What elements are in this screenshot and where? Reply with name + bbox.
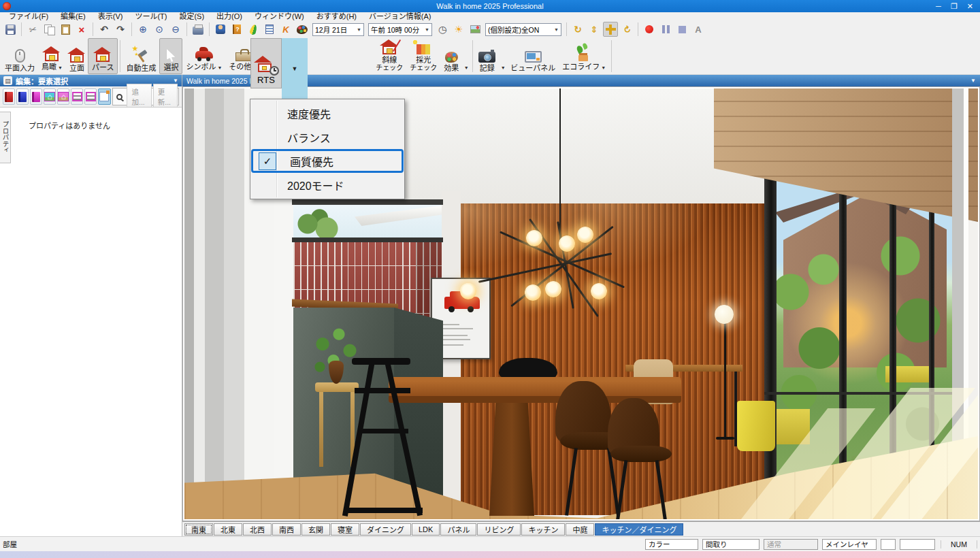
grid-list-button[interactable] <box>71 88 83 105</box>
blue-book-icon <box>18 92 27 102</box>
add-button[interactable]: 追加... <box>127 84 151 110</box>
record-button[interactable] <box>642 22 657 37</box>
setback-check-button[interactable]: 斜線チェック <box>372 38 406 74</box>
presentation-button[interactable]: K <box>278 22 293 37</box>
library-magenta-button[interactable] <box>30 88 42 105</box>
redo-button[interactable]: ↷ <box>113 22 128 37</box>
orbit-view-button[interactable]: ↻ <box>619 22 634 37</box>
copy-button[interactable] <box>42 22 56 37</box>
search-button[interactable] <box>114 89 126 104</box>
manual-button[interactable]: ? <box>229 22 244 37</box>
view-tab-kitchen[interactable]: キッチン <box>521 523 565 536</box>
zoom-out-button[interactable]: ⊖ <box>168 22 183 37</box>
view-panel-button[interactable]: ビューパネル <box>507 38 559 74</box>
ecolife-button[interactable]: エコライフ▼ <box>559 38 609 74</box>
plan-input-button[interactable]: 平面入力 <box>1 38 38 74</box>
menu-item-speed-priority[interactable]: 速度優先 <box>250 101 404 125</box>
view-tab-kitchen-dining[interactable]: キッチン／ダイニング <box>595 523 683 536</box>
support-button[interactable] <box>213 22 228 37</box>
grid-icon <box>72 92 82 101</box>
view-tab-southwest[interactable]: 南西 <box>272 523 301 536</box>
sunlight-button[interactable]: ☀ <box>451 22 466 37</box>
redo-icon: ↷ <box>116 24 125 35</box>
orbit-icon: ↻ <box>621 23 633 36</box>
text-annotate-button[interactable]: A <box>691 22 706 37</box>
rts-button[interactable]: RTS <box>250 38 282 88</box>
beginner-button[interactable] <box>246 22 261 37</box>
display-mode-select[interactable]: (個別設定)全ON▼ <box>485 23 561 36</box>
effect-button[interactable]: 効果 <box>440 38 462 74</box>
auto-generate-button[interactable]: ★★自動生成 <box>122 38 159 74</box>
menu-item-quality-priority[interactable]: ✓ 画質優先 <box>251 149 404 173</box>
alarm-button[interactable]: ◷ <box>435 22 450 37</box>
zoom-window-button[interactable]: ⊙ <box>152 22 167 37</box>
record-dropdown-button[interactable]: ▼ <box>499 38 507 74</box>
pause-button[interactable] <box>658 22 673 37</box>
menu-settings[interactable]: 設定(S) <box>173 12 210 20</box>
rts-dropdown-button[interactable]: ▼ <box>282 38 308 99</box>
library-blue-button[interactable] <box>16 88 29 105</box>
zoom-in-button[interactable]: ⊕ <box>135 22 150 37</box>
paste-button[interactable] <box>58 22 73 37</box>
cut-button[interactable]: ✂ <box>25 22 40 37</box>
menu-window[interactable]: ウィンドウ(W) <box>248 12 310 20</box>
menu-output[interactable]: 出力(O) <box>210 12 248 20</box>
menu-item-2020-mode[interactable]: 2020モード <box>250 173 404 197</box>
menu-item-balance[interactable]: バランス <box>250 125 404 149</box>
close-button[interactable]: ✕ <box>967 1 973 12</box>
view-tab-bedroom[interactable]: 寝室 <box>331 523 359 536</box>
alarm-clock-icon: ◷ <box>438 24 446 35</box>
edit-panel: ▤ 編集：要素選択 ▼ ⌂ ⌂ 追加... 更新... プ <box>0 75 182 536</box>
date-select[interactable]: 12月 21日▼ <box>312 23 364 36</box>
view-tab-panel[interactable]: パネル <box>440 523 476 536</box>
update-button[interactable]: 更新... <box>153 84 178 110</box>
record-capture-button[interactable]: 記録 <box>475 38 499 74</box>
view-tab-northwest[interactable]: 北西 <box>243 523 272 536</box>
memo-button[interactable] <box>98 88 110 105</box>
menu-file[interactable]: ファイル(F) <box>3 12 54 20</box>
scene-plywood-chair-seat <box>610 446 672 462</box>
rotate-view-button[interactable]: ↻ <box>570 22 585 37</box>
delete-button[interactable]: × <box>74 22 89 37</box>
menu-view[interactable]: 表示(V) <box>92 12 129 20</box>
select-button[interactable]: 選択 <box>159 38 182 74</box>
effect-dropdown-button[interactable]: ▼ <box>462 38 470 74</box>
view-tab-southeast[interactable]: 南東 <box>184 523 213 536</box>
minimize-button[interactable]: ─ <box>936 1 941 12</box>
estimate-button[interactable] <box>262 22 277 37</box>
view-tab-northeast[interactable]: 北東 <box>214 523 242 536</box>
symbol-button[interactable]: シンボル▼ <box>182 38 225 74</box>
perspective-button[interactable]: パース <box>88 38 118 74</box>
time-select[interactable]: 午前 10時 00分▼ <box>368 23 432 36</box>
stop-button[interactable] <box>674 22 689 37</box>
house-list-cyan-button[interactable]: ⌂ <box>44 88 56 105</box>
viewport-collapse-button[interactable]: ▼ <box>970 78 976 84</box>
print-button[interactable] <box>191 22 206 37</box>
save-button[interactable] <box>3 22 18 37</box>
view-tab-entrance[interactable]: 玄関 <box>301 523 330 536</box>
menu-edit[interactable]: 編集(E) <box>54 12 92 20</box>
menu-recommend[interactable]: おすすめ(H) <box>310 12 363 20</box>
house-list-magenta-button[interactable]: ⌂ <box>57 88 69 105</box>
background-button[interactable] <box>468 22 483 37</box>
grid-list2-button[interactable] <box>84 88 97 105</box>
view-tab-dining[interactable]: ダイニング <box>360 523 411 536</box>
menu-tools[interactable]: ツール(T) <box>129 12 173 20</box>
elevation-button[interactable]: 立面 <box>66 38 88 74</box>
restore-button[interactable]: ❐ <box>951 1 958 12</box>
search-group: 追加... 更新... <box>112 88 180 105</box>
undo-button[interactable]: ↶ <box>97 22 112 37</box>
pan-view-button[interactable] <box>603 22 618 37</box>
menu-version[interactable]: バージョン情報(A) <box>363 12 437 20</box>
daylight-check-button[interactable]: 採光チェック <box>406 38 440 74</box>
texture-button[interactable] <box>295 22 310 37</box>
library-red-button[interactable] <box>3 88 15 105</box>
view-tab-ldk[interactable]: LDK <box>412 523 440 536</box>
delete-icon: × <box>79 24 85 35</box>
view-tab-courtyard[interactable]: 中庭 <box>566 523 594 536</box>
elevate-view-button[interactable]: ⇕ <box>587 22 602 37</box>
birdseye-button[interactable]: 鳥瞰▼ <box>38 38 66 74</box>
property-side-tab[interactable]: プロパティ <box>0 112 11 163</box>
view-tab-living[interactable]: リビング <box>477 523 521 536</box>
panel-collapse-button[interactable]: ▼ <box>173 78 178 84</box>
